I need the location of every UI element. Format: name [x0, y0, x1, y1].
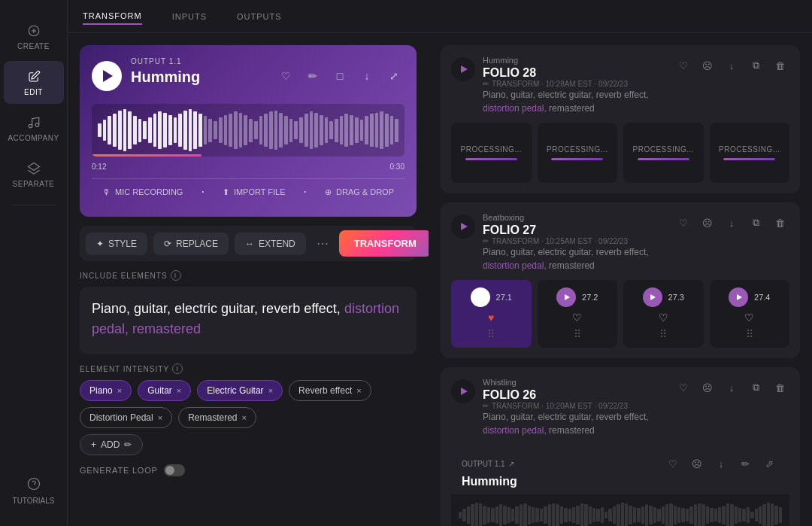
folio-27-play-button[interactable]	[451, 214, 475, 239]
pencil-icon[interactable]: ✏	[302, 65, 323, 87]
play-button[interactable]	[92, 61, 122, 91]
folio-28-dislike-icon[interactable]: ☹	[698, 56, 717, 75]
play-sm-27-4[interactable]	[729, 287, 748, 307]
svg-marker-5	[28, 163, 39, 171]
folio-28-desc: Piano, guitar, electric guitar, reverb e…	[483, 88, 674, 115]
folio-28-copy-icon[interactable]: ⧉	[746, 56, 765, 75]
drag-drop-button[interactable]: ⊕ DRAG & DROP	[325, 187, 394, 197]
folio-28-favorite-icon[interactable]: ♡	[674, 56, 693, 75]
svg-point-4	[35, 123, 39, 127]
folio-26-download-icon[interactable]: ↓	[722, 378, 741, 397]
folio-27-download-icon[interactable]: ↓	[722, 213, 741, 233]
folio-26-copy-icon[interactable]: ⧉	[746, 378, 765, 397]
add-element-button[interactable]: + ADD ✏	[80, 434, 143, 455]
import-file-button[interactable]: ⬆ IMPORT FILE	[223, 187, 286, 197]
heart-icon-27-4[interactable]: ♡	[744, 312, 754, 324]
folio-26-info: Whistling FOLIO 26 ✏ TRANSFORM · 10:20AM…	[483, 378, 674, 437]
bottom-dislike-icon[interactable]: ☹	[687, 454, 707, 473]
sidebar: CREATE EDIT ACCOMPANY SEPARATE TUTORIALS	[0, 0, 68, 526]
folio-27-favorite-icon[interactable]: ♡	[674, 213, 693, 233]
folio-27-delete-icon[interactable]: 🗑	[770, 213, 789, 233]
include-elements-label: INCLUDE ELEMENTS i	[80, 270, 417, 281]
bottom-waveform[interactable]	[451, 494, 789, 526]
folio-26-delete-icon[interactable]: 🗑	[770, 378, 789, 397]
folio-28-play-button[interactable]	[451, 57, 475, 81]
tag-remove-icon[interactable]: ×	[158, 413, 162, 422]
folio-26-meta: ✏ TRANSFORM · 10:20AM EST · 09/22/23	[483, 402, 674, 410]
player-title: Humming	[131, 68, 266, 86]
tag-electric-guitar[interactable]: Electric Guitar×	[197, 380, 283, 401]
elements-textarea[interactable]: Piano, guitar, electric guitar, reverb e…	[80, 287, 417, 354]
folio-28-title: FOLIO 28	[483, 66, 674, 80]
favorite-icon[interactable]: ♡	[275, 65, 296, 87]
folio-26-dislike-icon[interactable]: ☹	[698, 378, 717, 397]
folio-27-header: Beatboxing FOLIO 27 ✏ TRANSFORM · 10:25A…	[451, 213, 789, 272]
processing-text: PROCESSING...	[719, 145, 780, 154]
bottom-edit-icon[interactable]: ✏	[735, 454, 755, 473]
tag-remove-icon[interactable]: ×	[242, 413, 247, 422]
sidebar-item-edit[interactable]: EDIT	[4, 61, 64, 104]
sidebar-item-separate[interactable]: SEPARATE	[4, 153, 64, 196]
sidebar-tutorials[interactable]: TUTORIALS	[7, 471, 61, 511]
tag-piano[interactable]: Piano×	[80, 380, 132, 401]
heart-icon-27-3[interactable]: ♡	[659, 312, 668, 324]
output-card-28-4: PROCESSING...	[710, 123, 790, 183]
folio-26-player-header: OUTPUT 1.1 ↗ ♡ ☹ ↓ ✏ ⬀	[451, 445, 789, 473]
more-options-button[interactable]: ⋯	[312, 230, 333, 257]
sidebar-item-accompany[interactable]: ACCOMPANY	[4, 107, 64, 150]
tag-remove-icon[interactable]: ×	[177, 386, 181, 395]
style-button[interactable]: ✦ STYLE	[86, 233, 147, 255]
tab-inputs[interactable]: INPUTS	[172, 9, 207, 24]
folio-27-copy-icon[interactable]: ⧉	[746, 213, 765, 233]
info-icon[interactable]: i	[171, 270, 181, 281]
expand-icon[interactable]: ⤢	[383, 65, 404, 87]
heart-icon-27-1[interactable]: ♥	[488, 312, 494, 324]
sidebar-item-create[interactable]: CREATE	[4, 15, 64, 58]
play-sm-27-1[interactable]	[471, 287, 490, 307]
processing-bar	[723, 158, 775, 160]
bottom-download-icon[interactable]: ↓	[711, 454, 731, 473]
tab-outputs[interactable]: OUTPUTS	[237, 9, 282, 24]
processing-bar-fill	[638, 158, 689, 160]
tab-transform[interactable]: TRANSFORM	[83, 8, 142, 25]
extend-button[interactable]: ↔ EXTEND	[235, 233, 306, 255]
element-intensity-section: ELEMENT INTENSITY i Piano×Guitar×Electri…	[80, 363, 417, 455]
folio-27-dislike-icon[interactable]: ☹	[698, 213, 717, 233]
tag-remove-icon[interactable]: ×	[117, 386, 122, 395]
folio-28-delete-icon[interactable]: 🗑	[770, 56, 789, 75]
folio-28-download-icon[interactable]: ↓	[722, 56, 741, 75]
bottom-share-icon[interactable]: ⬀	[759, 454, 779, 473]
intensity-info-icon[interactable]: i	[172, 363, 183, 374]
transform-button[interactable]: TRANSFORM	[339, 230, 429, 257]
dots-27-1: ⠿	[487, 328, 495, 340]
processing-bar-fill	[465, 158, 517, 160]
heart-icon-27-2[interactable]: ♡	[572, 312, 582, 324]
processing-bar	[465, 158, 517, 160]
music-icon	[26, 114, 42, 131]
folio-26-header: Whistling FOLIO 26 ✏ TRANSFORM · 10:20AM…	[451, 378, 789, 437]
tag-remove-icon[interactable]: ×	[356, 386, 361, 395]
play-sm-27-3[interactable]	[643, 287, 662, 307]
svg-point-6	[28, 479, 39, 490]
processing-text: PROCESSING...	[547, 145, 608, 154]
tag-reverb-effect[interactable]: Reverb effect×	[289, 380, 371, 401]
download-icon[interactable]: ↓	[356, 65, 377, 87]
document-icon[interactable]: □	[329, 65, 350, 87]
play-sm-27-2[interactable]	[556, 287, 576, 307]
folio-27-tag: Beatboxing	[483, 213, 674, 222]
folio-26-favorite-icon[interactable]: ♡	[674, 378, 693, 397]
replace-button[interactable]: ⟳ REPLACE	[153, 233, 229, 255]
processing-bar-fill	[551, 158, 603, 160]
bottom-favorite-icon[interactable]: ♡	[663, 454, 683, 473]
generate-loop-toggle[interactable]	[164, 464, 185, 476]
tag-distortion-pedal[interactable]: Distortion Pedal×	[80, 407, 172, 428]
mic-recording-button[interactable]: 🎙 MIC RECORDING	[102, 187, 183, 196]
tag-remastered[interactable]: Remastered×	[178, 407, 256, 428]
tag-remove-icon[interactable]: ×	[268, 386, 273, 395]
waveform[interactable]	[92, 104, 404, 157]
generate-loop-section: GENERATE LOOP	[80, 464, 417, 476]
content-area: OUTPUT 1.1 Humming ♡ ✏ □ ↓ ⤢	[68, 33, 812, 526]
folio-28-tag: Humming	[483, 56, 674, 65]
tag-guitar[interactable]: Guitar×	[138, 380, 191, 401]
folio-26-play-button[interactable]	[451, 379, 475, 403]
